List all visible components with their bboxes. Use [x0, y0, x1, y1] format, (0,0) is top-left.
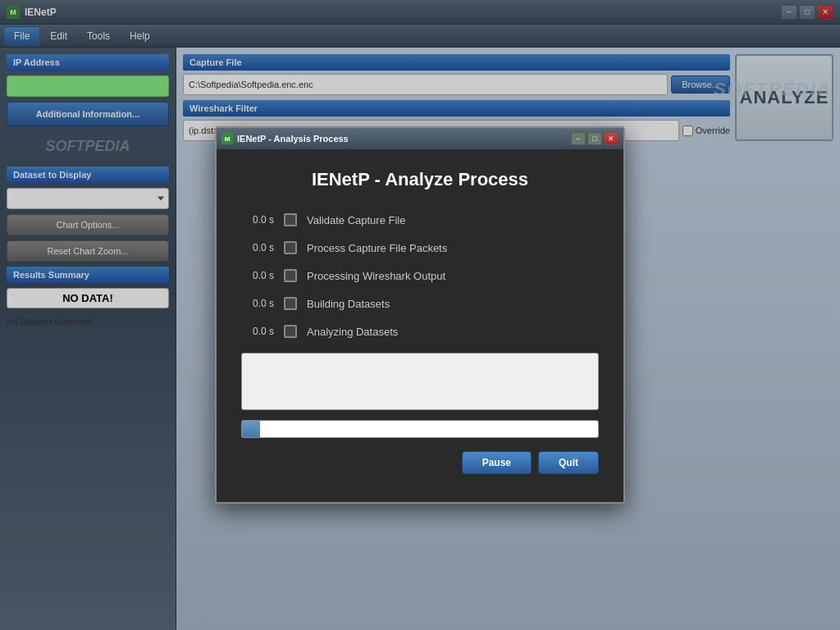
step-1-label: Validate Capture File — [307, 214, 405, 226]
modal-controls: − □ ✕ — [571, 132, 619, 145]
quit-button[interactable]: Quit — [538, 451, 599, 474]
progress-bar — [241, 420, 599, 438]
modal-body: IENetP - Analyze Process 0.0 s Validate … — [217, 149, 623, 502]
modal-footer: Pause Quit — [241, 451, 599, 482]
process-step-3: 0.0 s Processing Wireshark Output — [241, 269, 599, 282]
process-steps: 0.0 s Validate Capture File 0.0 s Proces… — [241, 213, 599, 338]
step-3-checkbox[interactable] — [284, 269, 297, 282]
process-step-4: 0.0 s Building Datasets — [241, 297, 599, 310]
modal-minimize-button[interactable]: − — [571, 132, 586, 145]
step-1-checkbox[interactable] — [284, 213, 297, 226]
step-2-time: 0.0 s — [241, 242, 274, 253]
process-step-2: 0.0 s Process Capture File Packets — [241, 241, 599, 254]
step-4-checkbox[interactable] — [284, 297, 297, 310]
modal-overlay: M IENetP - Analysis Process − □ ✕ IENetP… — [0, 0, 840, 630]
step-5-time: 0.0 s — [241, 326, 274, 337]
step-4-time: 0.0 s — [241, 298, 274, 309]
analysis-process-dialog: M IENetP - Analysis Process − □ ✕ IENetP… — [215, 126, 625, 504]
log-area — [241, 353, 599, 410]
process-step-1: 0.0 s Validate Capture File — [241, 213, 599, 226]
step-4-label: Building Datasets — [307, 298, 390, 310]
modal-title-left: M IENetP - Analysis Process — [221, 133, 349, 144]
step-3-time: 0.0 s — [241, 270, 274, 281]
step-3-label: Processing Wireshark Output — [307, 270, 445, 282]
modal-close-button[interactable]: ✕ — [604, 132, 619, 145]
step-2-label: Process Capture File Packets — [307, 242, 447, 254]
modal-heading: IENetP - Analyze Process — [241, 169, 599, 190]
step-1-time: 0.0 s — [241, 214, 274, 226]
process-step-5: 0.0 s Analyzing Datasets — [241, 325, 599, 338]
step-5-label: Analyzing Datasets — [307, 326, 398, 338]
modal-title-text: IENetP - Analysis Process — [237, 134, 349, 144]
step-2-checkbox[interactable] — [284, 241, 297, 254]
modal-title-bar: M IENetP - Analysis Process − □ ✕ — [217, 128, 623, 149]
step-5-checkbox[interactable] — [284, 325, 297, 338]
progress-bar-fill — [242, 421, 260, 437]
pause-button[interactable]: Pause — [462, 451, 532, 474]
modal-maximize-button[interactable]: □ — [587, 132, 602, 145]
modal-app-icon: M — [221, 133, 233, 144]
